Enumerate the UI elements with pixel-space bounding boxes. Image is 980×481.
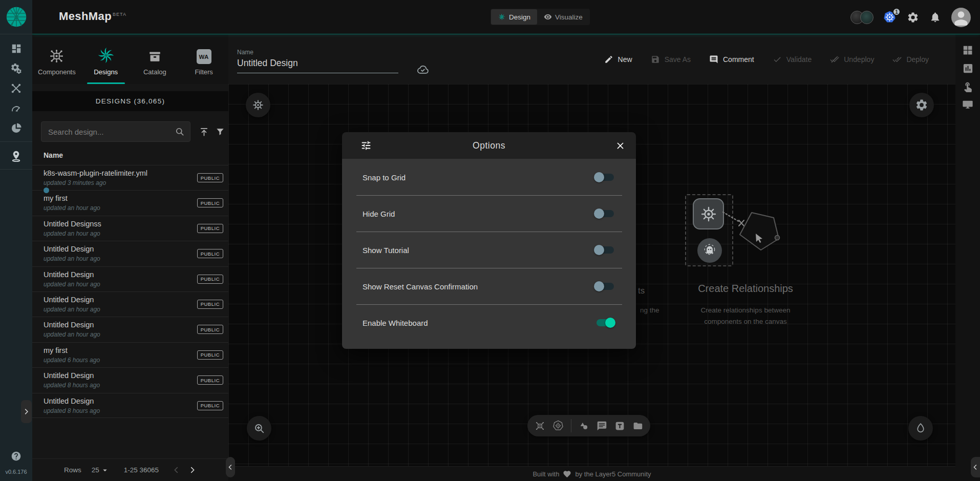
mode-design-button[interactable]: Design [491,9,537,25]
kubernetes-quick-button[interactable] [246,93,270,117]
catalog-icon [147,47,162,64]
user-avatar[interactable] [951,8,971,27]
design-row[interactable]: my first updated 6 hours ago PUBLIC [32,342,228,367]
layout-grid-button[interactable] [962,45,973,56]
collaborator-avatar-2[interactable] [860,11,874,24]
touch-icon [962,81,973,92]
canvas-dock [527,415,650,436]
nav-meshmap[interactable] [0,146,32,166]
help-icon [11,451,22,462]
save-as-button[interactable]: Save As [651,55,691,64]
new-design-button[interactable]: New [604,55,632,64]
shapes-tool-button[interactable] [579,421,589,431]
snap-to-grid-toggle[interactable] [594,172,615,182]
check-icon [773,55,782,64]
screen-share-button[interactable] [962,99,973,110]
design-name: Untitled Design [44,321,94,329]
design-name: Untitled Design [44,397,94,405]
zoom-in-icon [253,422,266,435]
tab-filters[interactable]: WA Filters [179,34,228,84]
kubernetes-context-button[interactable]: 1 [883,10,897,24]
nav-configuration[interactable] [0,78,32,98]
notifications-button[interactable] [929,11,941,23]
add-component-button[interactable] [535,421,545,431]
rows-per-page-select[interactable]: 25 [92,466,110,475]
nav-extensions[interactable] [0,118,32,138]
interaction-mode-button[interactable] [962,81,973,92]
visibility-badge: PUBLIC [197,275,223,284]
nav-dashboard[interactable] [0,38,32,58]
next-page-button[interactable] [188,466,197,474]
design-name-input[interactable] [237,58,398,69]
person-icon [951,8,971,27]
setting-show-tutorial: Show Tutorial [342,232,636,268]
design-row[interactable]: Untitled Design updated an hour ago PUBL… [32,291,228,317]
mode-visualize-label: Visualize [555,13,583,21]
bottom-panel-expand-right[interactable] [971,457,980,477]
kubernetes-node [693,198,724,229]
tab-catalog[interactable]: Catalog [131,34,180,84]
mode-switch: Design Visualize [491,9,590,25]
hidden-card-fragment: ts [638,286,645,296]
pie-mesh-icon [10,122,22,134]
gear-icon [907,11,919,24]
design-row[interactable]: Untitled Designss updated an hour ago PU… [32,216,228,241]
app-title: MeshMapBETA [59,10,126,23]
design-row[interactable]: k8s-wasm-plugin-ratelimiter.yml updated … [32,165,228,190]
save-as-label: Save As [665,55,691,64]
whiteboard-pen-button[interactable] [908,416,933,441]
design-row[interactable]: Untitled Design updated an hour ago PUBL… [32,317,228,342]
hint-title: Create Relationships [669,283,822,295]
show-tutorial-toggle[interactable] [594,245,615,255]
zoom-button[interactable] [247,416,271,441]
validate-button[interactable]: Validate [773,55,812,64]
design-updated: updated 3 minutes ago [44,179,106,186]
analytics-button[interactable] [962,62,974,74]
hide-grid-toggle[interactable] [594,208,615,219]
comment-button[interactable]: Comment [709,55,754,64]
layer5-logo[interactable] [0,0,32,34]
comment-tool-button[interactable] [596,421,607,431]
enable-whiteboard-toggle[interactable] [594,318,615,328]
filter-button[interactable] [215,127,225,137]
tab-components[interactable]: Components [32,34,81,84]
media-tool-button[interactable] [632,421,643,431]
save-status-cloud-icon [416,62,430,76]
import-design-button[interactable] [199,127,209,137]
validate-label: Validate [786,55,812,64]
design-name: my first [44,346,68,354]
design-row[interactable]: my first updated an hour ago PUBLIC [32,190,228,215]
close-button[interactable] [615,140,626,151]
right-icon-rail [955,34,980,481]
footer-prefix: Built with [532,470,559,478]
text-tool-button[interactable] [614,421,625,431]
undeploy-button[interactable]: Undeploy [830,55,874,64]
nav-lifecycle[interactable] [0,58,32,78]
undeploy-label: Undeploy [844,55,874,64]
kubernetes-outline-icon [552,420,564,431]
design-row[interactable]: Untitled Design updated 8 hours ago PUBL… [32,367,228,392]
tab-designs[interactable]: Designs [81,34,131,84]
search-input[interactable] [48,128,175,136]
bell-icon [929,11,941,23]
double-check-icon [892,55,902,64]
design-updated: updated 8 hours ago [44,407,100,414]
kubernetes-tool-button[interactable] [552,420,564,431]
canvas-options-button[interactable] [909,93,934,117]
nav-performance[interactable] [0,98,32,118]
show-reset-canvas-confirmation-toggle[interactable] [594,281,615,291]
new-label: New [618,55,632,64]
panel-expand-handle[interactable] [21,400,32,423]
design-row[interactable]: Untitled Design updated an hour ago PUBL… [32,266,228,291]
help-button[interactable] [0,451,32,462]
previous-page-button[interactable] [172,466,181,474]
settings-button[interactable] [907,11,919,24]
design-row[interactable]: Untitled Design updated an hour ago PUBL… [32,241,228,266]
visibility-badge: PUBLIC [197,173,223,182]
mode-visualize-button[interactable]: Visualize [537,9,589,25]
panel-tabs: Components Designs Catalog WA Filters [32,34,228,84]
bottom-panel-expand-left[interactable] [226,457,235,477]
design-row[interactable]: Untitled Design updated 8 hours ago PUBL… [32,393,228,418]
deploy-button[interactable]: Deploy [892,55,929,64]
footer-suffix: by the Layer5 Community [575,470,651,478]
